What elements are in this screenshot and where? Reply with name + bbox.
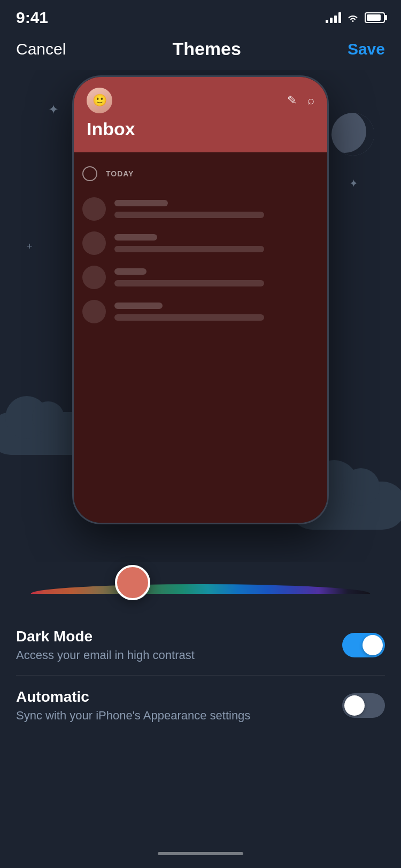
email-content [114,303,319,321]
phone-header: 🙂 ✎ ⌕ Inbox [74,77,327,152]
avatar-face: 🙂 [87,88,112,113]
phone-content: 🙂 ✎ ⌕ Inbox TODAY [74,77,327,523]
inbox-title: Inbox [87,119,314,140]
edit-icon: ✎ [287,94,297,107]
email-subject-placeholder [114,314,264,321]
dark-mode-toggle[interactable] [342,633,385,657]
toggle-knob [344,695,365,716]
search-icon: ⌕ [307,94,314,107]
list-item [82,260,319,294]
phone-toolbar-icons: ✎ ⌕ [287,94,314,107]
dark-mode-title: Dark Mode [16,628,342,645]
dark-mode-text: Dark Mode Access your email in high cont… [16,628,342,662]
list-item [82,192,319,226]
status-bar: 9:41 [0,0,401,28]
today-section: TODAY [82,161,319,187]
dark-mode-row: Dark Mode Access your email in high cont… [16,615,385,676]
signal-icon [326,12,341,23]
email-subject-placeholder [114,280,264,286]
email-name-placeholder [114,200,168,206]
star-decoration: ✦ [48,102,59,117]
automatic-title: Automatic [16,688,342,706]
email-name-placeholder [114,234,157,241]
settings-section: Dark Mode Access your email in high cont… [0,604,401,746]
automatic-toggle[interactable] [342,693,385,718]
page-title: Themes [172,38,241,59]
color-track[interactable] [16,584,385,594]
email-content [114,234,319,252]
automatic-description: Sync with your iPhone's Appearance setti… [16,709,342,723]
phone-top-bar: 🙂 ✎ ⌕ [87,88,314,113]
today-label: TODAY [106,169,134,178]
cancel-button[interactable]: Cancel [16,40,66,58]
list-item [82,294,319,329]
email-content [114,268,319,286]
home-indicator [158,852,243,855]
avatar: 🙂 [87,88,112,113]
email-avatar [82,266,106,289]
save-button[interactable]: Save [348,40,385,58]
color-slider-thumb[interactable] [115,565,150,600]
background-scene: ✦ ✦ + 🙂 ✎ ⌕ Inbox [0,70,401,562]
color-slider-container[interactable] [16,540,385,604]
star-decoration: + [27,241,33,252]
email-subject-placeholder [114,246,264,252]
phone-mockup: 🙂 ✎ ⌕ Inbox TODAY [72,75,329,524]
automatic-text: Automatic Sync with your iPhone's Appear… [16,688,342,723]
email-name-placeholder [114,303,163,309]
dark-mode-description: Access your email in high contrast [16,648,342,662]
list-item [82,226,319,260]
phone-email-list: TODAY [74,152,327,337]
battery-icon [365,12,385,23]
status-icons [326,12,385,23]
toggle-knob [363,635,383,655]
moon-decoration [331,113,374,156]
email-subject-placeholder [114,212,264,218]
email-avatar [82,197,106,221]
email-avatar [82,300,106,323]
status-time: 9:41 [16,9,48,27]
email-avatar [82,231,106,255]
wifi-icon [346,13,359,22]
nav-header: Cancel Themes Save [0,28,401,70]
checkbox-icon [82,166,97,181]
email-name-placeholder [114,268,146,275]
email-content [114,200,319,218]
automatic-row: Automatic Sync with your iPhone's Appear… [16,676,385,735]
star-decoration: ✦ [349,177,358,190]
color-slider-section[interactable] [0,540,401,604]
